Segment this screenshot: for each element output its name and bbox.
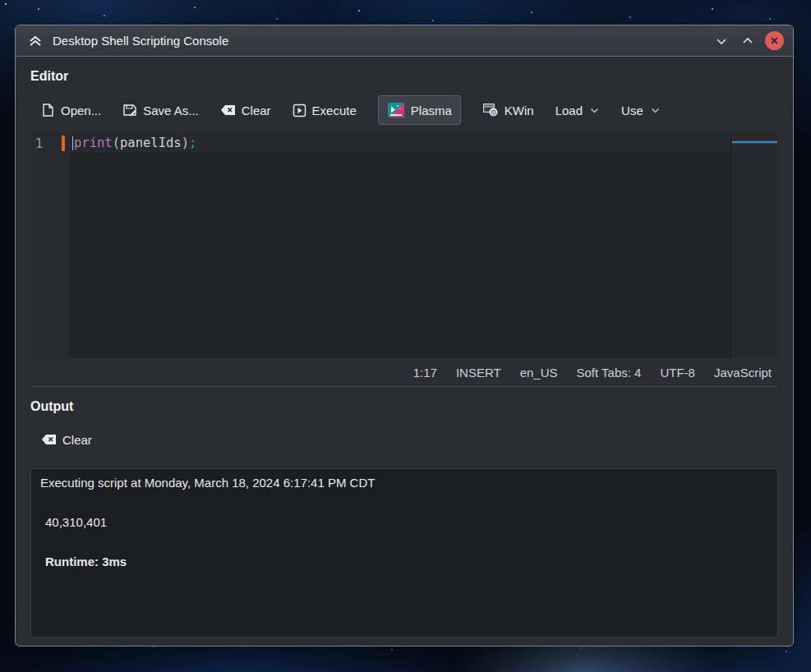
code-keyword: print <box>74 136 113 150</box>
use-dropdown[interactable]: Use <box>621 104 661 117</box>
code-area[interactable]: print(panelIds); <box>69 133 730 358</box>
window-menu-button[interactable] <box>711 30 732 52</box>
chevron-up-icon <box>741 35 754 48</box>
use-label: Use <box>621 104 643 117</box>
scrollbar-minimap[interactable] <box>730 133 778 358</box>
close-button[interactable] <box>765 31 784 50</box>
text-cursor <box>72 136 73 150</box>
minimap-view-indicator[interactable] <box>732 140 777 144</box>
open-label: Open... <box>61 104 101 117</box>
editor-heading: Editor <box>30 69 778 84</box>
clear-output-label: Clear <box>62 433 92 447</box>
plasma-mode-button[interactable]: Plasma <box>378 95 461 125</box>
code-semicolon: ; <box>189 136 196 150</box>
backspace-clear-icon <box>41 433 57 446</box>
wallpaper-stars <box>5 3 7 5</box>
code-identifier: panelIds <box>120 136 182 150</box>
save-as-icon <box>122 103 137 117</box>
output-heading: Output <box>30 399 778 414</box>
plasma-console-icon <box>387 101 405 119</box>
code-editor[interactable]: 1 print(panelIds); <box>30 133 778 358</box>
close-icon <box>769 35 780 46</box>
cursor-position[interactable]: 1:17 <box>413 366 437 380</box>
titlebar[interactable]: Desktop Shell Scripting Console <box>16 25 793 57</box>
save-as-button[interactable]: Save As... <box>122 103 199 117</box>
output-exec-line: Executing script at Monday, March 18, 20… <box>40 476 768 490</box>
kwin-windows-icon: ⚙ <box>482 103 499 117</box>
chevron-down-icon <box>589 105 600 116</box>
chevron-down-icon <box>715 35 728 48</box>
plasma-label: Plasma <box>411 104 452 117</box>
code-paren-open: ( <box>113 136 120 150</box>
input-mode[interactable]: INSERT <box>456 366 501 380</box>
code-paren-close: ) <box>182 136 189 150</box>
open-button[interactable]: Open... <box>41 103 101 117</box>
output-console: Executing script at Monday, March 18, 20… <box>30 468 778 637</box>
section-divider <box>30 386 778 387</box>
clear-output-button[interactable]: Clear <box>41 433 92 447</box>
kwin-label: KWin <box>505 104 534 117</box>
execute-label: Execute <box>312 104 357 117</box>
encoding[interactable]: UTF-8 <box>660 366 695 380</box>
tab-settings[interactable]: Soft Tabs: 4 <box>577 366 642 380</box>
window-content: Editor Open... Save As... Clear <box>16 57 793 646</box>
editor-toolbar: Open... Save As... Clear Execute <box>41 95 778 125</box>
syntax-language[interactable]: JavaScript <box>714 366 772 380</box>
svg-text:⚙: ⚙ <box>490 108 496 117</box>
line-number-gutter: 1 <box>30 133 69 358</box>
open-document-icon <box>41 103 55 117</box>
window-title: Desktop Shell Scripting Console <box>53 34 228 48</box>
clear-editor-button[interactable]: Clear <box>220 104 271 117</box>
dictionary-locale[interactable]: en_US <box>520 366 558 380</box>
execute-button[interactable]: Execute <box>293 104 357 117</box>
save-as-label: Save As... <box>143 104 199 117</box>
output-result-line: 40,310,401 <box>45 515 768 529</box>
kwin-mode-button[interactable]: ⚙ KWin <box>482 103 534 117</box>
code-line: print(panelIds); <box>72 136 196 150</box>
maximize-button[interactable] <box>737 30 758 52</box>
chevron-down-icon <box>650 105 661 116</box>
line-number: 1 <box>35 136 43 151</box>
backspace-clear-icon <box>220 104 236 117</box>
load-dropdown[interactable]: Load <box>555 104 600 117</box>
modified-line-marker <box>62 136 65 151</box>
editor-statusbar: 1:17 INSERT en_US Soft Tabs: 4 UTF-8 Jav… <box>30 358 778 386</box>
keep-above-icon <box>28 34 43 48</box>
execute-play-icon <box>293 104 306 117</box>
minimap-line-mark <box>733 135 776 138</box>
clear-editor-label: Clear <box>242 104 271 117</box>
scripting-console-window: Desktop Shell Scripting Console Editor O… <box>15 25 794 647</box>
output-runtime-line: Runtime: 3ms <box>45 555 768 568</box>
load-label: Load <box>555 104 583 117</box>
output-toolbar: Clear <box>41 427 778 452</box>
